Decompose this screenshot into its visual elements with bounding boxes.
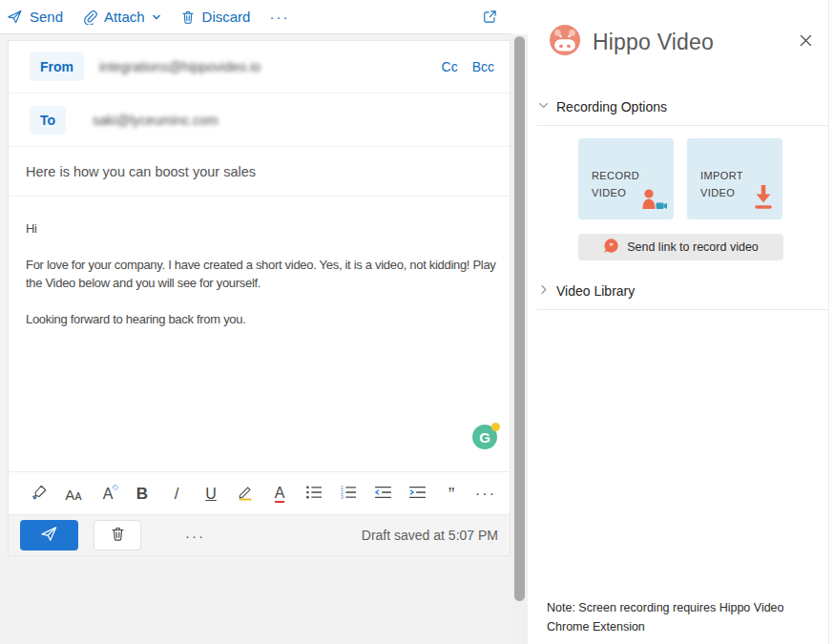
paperclip-icon bbox=[82, 10, 97, 25]
video-library-label: Video Library bbox=[556, 283, 635, 299]
decrease-indent-button[interactable] bbox=[365, 477, 400, 511]
underline-button[interactable]: U bbox=[194, 477, 228, 511]
increase-indent-button[interactable] bbox=[400, 477, 434, 511]
message-body[interactable]: Hi For love for your company. I have cre… bbox=[9, 197, 510, 471]
import-video-label: IMPORT VIDEO bbox=[700, 168, 758, 201]
record-video-card[interactable]: RECORD VIDEO bbox=[578, 138, 674, 219]
blockquote-button[interactable]: ” bbox=[434, 477, 469, 511]
increase-indent-icon bbox=[408, 485, 427, 504]
subject-text: Here is how you can boost your sales bbox=[26, 164, 256, 179]
svg-text:3: 3 bbox=[341, 495, 344, 500]
to-recipient[interactable]: saki@lyceuminc.com bbox=[93, 113, 219, 128]
italic-button[interactable]: / bbox=[159, 477, 194, 511]
attach-button[interactable]: Attach bbox=[82, 0, 161, 33]
bullet-list-button[interactable] bbox=[297, 477, 331, 511]
discard-button[interactable]: Discard bbox=[180, 0, 251, 33]
scrollbar-thumb[interactable] bbox=[514, 36, 525, 601]
highlight-button[interactable] bbox=[228, 477, 262, 511]
compose-area: Send Attach Discard ··· From integration… bbox=[0, 0, 511, 644]
send-link-label: Send link to record video bbox=[627, 240, 759, 254]
compose-toolbar: Send Attach Discard ··· bbox=[0, 0, 511, 34]
format-painter-button[interactable] bbox=[22, 477, 56, 511]
record-video-icon bbox=[638, 186, 667, 214]
formatting-toolbar: Aᴀ A◇ B / U A 123 ” ··· bbox=[9, 471, 510, 516]
cc-bcc-links: Cc Bcc bbox=[442, 59, 494, 74]
numbered-list-icon: 123 bbox=[340, 485, 357, 504]
bullet-list-icon bbox=[305, 485, 323, 504]
panel-header: Hippo Video bbox=[550, 25, 815, 59]
numbered-list-button[interactable]: 123 bbox=[331, 477, 365, 511]
bold-button[interactable]: B bbox=[125, 477, 159, 511]
divider bbox=[537, 125, 828, 126]
body-paragraph: Hi bbox=[26, 219, 502, 238]
extension-note: Note: Screen recording requires Hippo Vi… bbox=[547, 598, 797, 636]
compose-footer: ··· Draft saved at 5:07 PM bbox=[9, 514, 510, 555]
open-in-new-window-icon bbox=[482, 9, 498, 25]
panel-title: Hippo Video bbox=[593, 30, 714, 55]
chat-bubble-quote-icon: ” bbox=[603, 238, 619, 257]
grammarly-icon[interactable]: G bbox=[472, 425, 497, 449]
footer-more-button[interactable]: ··· bbox=[179, 527, 211, 545]
paper-plane-icon bbox=[40, 525, 58, 546]
trash-icon bbox=[180, 10, 196, 25]
from-address[interactable]: integrations@hippovideo.io bbox=[99, 59, 261, 74]
cc-button[interactable]: Cc bbox=[442, 59, 458, 74]
svg-text:”: ” bbox=[609, 241, 614, 251]
to-row: To saki@lyceuminc.com bbox=[9, 93, 510, 147]
import-video-card[interactable]: IMPORT VIDEO bbox=[687, 138, 782, 219]
draft-status: Draft saved at 5:07 PM bbox=[362, 528, 498, 543]
chevron-down-icon bbox=[537, 99, 550, 114]
font-name-button[interactable]: Aᴀ bbox=[56, 477, 91, 511]
font-size-mark-icon: ◇ bbox=[113, 483, 118, 491]
popout-button[interactable] bbox=[482, 0, 498, 33]
from-row: From integrations@hippovideo.io Cc Bcc bbox=[9, 41, 510, 93]
send-button-primary[interactable] bbox=[20, 520, 78, 551]
decrease-indent-icon bbox=[374, 485, 392, 504]
from-button[interactable]: From bbox=[30, 52, 84, 81]
underline-letter: U bbox=[205, 486, 217, 503]
highlighter-icon bbox=[237, 484, 254, 505]
recording-options-header[interactable]: Recording Options bbox=[537, 99, 667, 114]
body-paragraph: Looking forward to hearing back from you… bbox=[26, 310, 502, 328]
recording-options-label: Recording Options bbox=[556, 99, 667, 114]
grammarly-letter: G bbox=[479, 428, 490, 447]
to-button[interactable]: To bbox=[30, 106, 66, 135]
discard-button-label: Discard bbox=[202, 9, 251, 25]
font-size-letter: A bbox=[103, 486, 114, 503]
font-color-button[interactable]: A bbox=[262, 477, 297, 511]
compose-card: From integrations@hippovideo.io Cc Bcc T… bbox=[8, 40, 511, 556]
delete-draft-button[interactable] bbox=[94, 520, 141, 551]
hippo-video-logo-icon bbox=[550, 25, 580, 59]
recording-option-cards: RECORD VIDEO IMPORT VIDEO bbox=[578, 138, 782, 219]
font-size-button[interactable]: A◇ bbox=[91, 477, 125, 511]
scrollbar-track[interactable] bbox=[511, 34, 528, 644]
svg-text:1: 1 bbox=[341, 486, 344, 490]
close-panel-button[interactable] bbox=[797, 31, 815, 52]
import-video-icon bbox=[751, 183, 776, 214]
send-link-button[interactable]: ” Send link to record video bbox=[578, 234, 783, 260]
close-icon bbox=[799, 36, 813, 51]
svg-text:2: 2 bbox=[341, 490, 344, 495]
body-paragraph: For love for your company. I have create… bbox=[26, 256, 502, 292]
grammarly-status-dot bbox=[491, 423, 500, 431]
video-library-header[interactable]: Video Library bbox=[537, 283, 635, 299]
app-root: Send Attach Discard ··· From integration… bbox=[0, 0, 834, 644]
subject-input[interactable]: Here is how you can boost your sales bbox=[9, 147, 510, 197]
paper-plane-icon bbox=[7, 9, 23, 25]
chevron-down-icon bbox=[152, 12, 161, 22]
chevron-right-icon bbox=[537, 283, 550, 299]
hippo-video-panel: Hippo Video Recording Options RECORD VID… bbox=[528, 0, 834, 644]
font-color-letter: A bbox=[275, 486, 285, 503]
send-button-label: Send bbox=[30, 9, 63, 25]
toolbar-more-button[interactable]: ··· bbox=[269, 0, 289, 33]
attach-button-label: Attach bbox=[104, 9, 145, 25]
panel-edge-line bbox=[828, 0, 829, 644]
format-more-button[interactable]: ··· bbox=[469, 477, 503, 511]
send-button[interactable]: Send bbox=[7, 0, 63, 33]
format-painter-icon bbox=[31, 484, 48, 505]
bcc-button[interactable]: Bcc bbox=[472, 59, 494, 74]
divider bbox=[537, 309, 828, 310]
trash-icon bbox=[110, 526, 126, 545]
